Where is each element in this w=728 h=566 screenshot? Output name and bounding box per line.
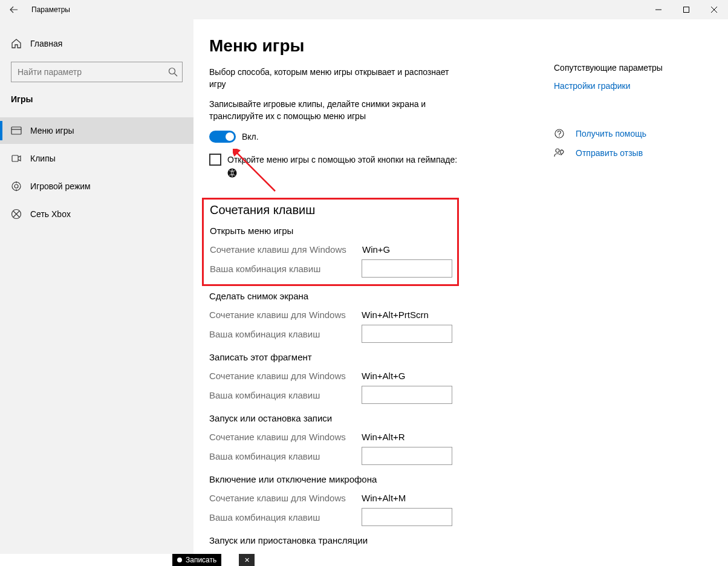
search-icon	[168, 67, 178, 77]
svg-point-16	[559, 135, 560, 137]
shortcut-custom-input[interactable]	[362, 325, 452, 343]
shortcut-windows-label: Сочетание клавиш для Windows	[209, 310, 362, 320]
shortcut-windows-label: Сочетание клавиш для Windows	[209, 493, 362, 503]
sidebar-item-label: Клипы	[30, 154, 56, 163]
shortcut-custom-input[interactable]	[362, 386, 452, 404]
maximize-button[interactable]	[672, 0, 700, 19]
shortcut-combo: Win+Alt+R	[362, 432, 405, 442]
related-heading: Сопутствующие параметры	[554, 63, 705, 73]
svg-point-9	[12, 182, 21, 190]
shortcut-custom-input[interactable]	[362, 259, 452, 278]
page-title: Меню игры	[209, 36, 548, 56]
shortcut-title: Записать этот фрагмент	[209, 352, 548, 362]
shortcut-title: Запуск или приостановка трансляции	[209, 535, 548, 545]
page-description-2: Записывайте игровые клипы, делайте снимк…	[209, 99, 463, 122]
home-icon	[11, 38, 22, 49]
shortcut-combo: Win+G	[362, 244, 390, 255]
sidebar-item-xbox[interactable]: Сеть Xbox	[0, 201, 193, 227]
shortcut-custom-label: Ваша комбинация клавиш	[209, 451, 362, 461]
shortcut-combo: Win+Alt+M	[362, 493, 406, 503]
titlebar: Параметры	[0, 0, 728, 19]
sidebar-item-gamebar[interactable]: Меню игры	[0, 117, 193, 144]
svg-rect-8	[12, 155, 18, 161]
gamepad-checkbox-label: Откройте меню игры с помощью этой кнопки…	[227, 155, 457, 164]
svg-rect-6	[11, 127, 21, 134]
shortcut-custom-label: Ваша комбинация клавиш	[209, 512, 362, 522]
svg-point-17	[556, 149, 559, 152]
shortcut-custom-input[interactable]	[362, 447, 452, 465]
shortcut-custom-label: Ваша комбинация клавиш	[209, 390, 362, 400]
feedback-icon	[554, 148, 565, 158]
shortcut-title: Сделать снимок экрана	[209, 291, 548, 301]
gamemode-icon	[11, 181, 22, 192]
sidebar-item-label: Меню игры	[30, 126, 74, 135]
sidebar-item-clips[interactable]: Клипы	[0, 145, 193, 172]
shortcut-custom-input[interactable]	[362, 508, 452, 526]
shortcut-combo: Win+Alt+G	[362, 371, 406, 381]
shortcuts-section-title: Сочетания клавиш	[210, 203, 452, 217]
page-description-1: Выбор способа, которым меню игры открыва…	[209, 67, 463, 90]
shortcut-custom-label: Ваша комбинация клавиш	[210, 264, 362, 274]
search-input[interactable]	[11, 62, 183, 82]
sidebar-item-label: Игровой режим	[30, 181, 91, 191]
taskbar-close-fragment[interactable]: ✕	[239, 554, 255, 566]
sidebar-item-label: Сеть Xbox	[30, 209, 71, 219]
shortcut-windows-label: Сочетание клавиш для Windows	[209, 371, 362, 381]
sidebar-group-header: Игры	[0, 91, 193, 117]
feedback-link[interactable]: Отправить отзыв	[576, 148, 643, 158]
gamebar-icon	[11, 125, 22, 136]
toggle-state-label: Вкл.	[242, 132, 259, 142]
svg-rect-1	[684, 7, 689, 13]
shortcut-combo: Win+Alt+PrtScrn	[362, 310, 429, 320]
clips-icon	[11, 153, 22, 164]
shortcut-windows-label: Сочетание клавиш для Windows	[210, 244, 362, 255]
highlight-annotation: Сочетания клавиш Открыть меню игры Сочет…	[202, 198, 459, 286]
minimize-button[interactable]	[645, 0, 672, 19]
record-icon	[177, 558, 182, 562]
sidebar-home-label: Главная	[30, 39, 62, 48]
shortcut-custom-label: Ваша комбинация клавиш	[209, 329, 362, 339]
svg-point-4	[169, 68, 175, 74]
sidebar: Главная Игры Меню игры	[0, 19, 193, 566]
xbox-icon	[11, 209, 22, 220]
taskbar-record-label: Записать	[186, 556, 216, 564]
shortcut-windows-label: Сочетание клавиш для Windows	[209, 432, 362, 442]
close-button[interactable]	[700, 0, 728, 19]
svg-line-5	[175, 74, 178, 77]
shortcut-title: Запуск или остановка записи	[209, 413, 548, 423]
sidebar-home[interactable]: Главная	[0, 31, 193, 56]
help-link[interactable]: Получить помощь	[576, 129, 646, 138]
help-icon	[554, 128, 565, 139]
taskbar-record-fragment[interactable]: Записать	[172, 554, 221, 566]
sidebar-item-gamemode[interactable]: Игровой режим	[0, 173, 193, 200]
shortcut-title: Включение или отключение микрофона	[209, 474, 548, 484]
xbox-logo-icon	[227, 170, 237, 180]
graphics-settings-link[interactable]: Настройки графики	[554, 81, 705, 91]
content: Меню игры Выбор способа, которым меню иг…	[193, 19, 728, 566]
gamepad-checkbox[interactable]	[209, 154, 221, 166]
svg-point-10	[15, 184, 18, 188]
gamebar-toggle[interactable]	[209, 131, 236, 143]
window-title: Параметры	[28, 5, 70, 14]
shortcut-title: Открыть меню игры	[210, 226, 452, 236]
back-button[interactable]	[0, 0, 28, 19]
